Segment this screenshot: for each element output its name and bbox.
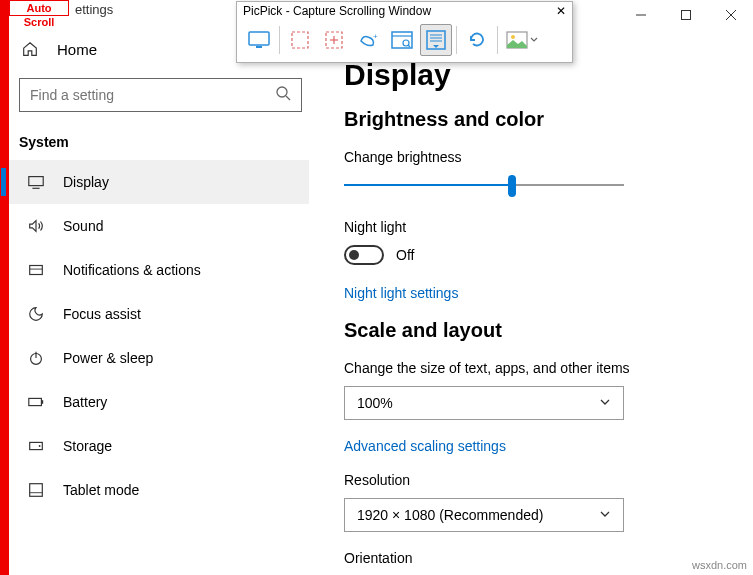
minimize-button[interactable] (618, 0, 663, 30)
resolution-value: 1920 × 1080 (Recommended) (357, 507, 543, 523)
brightness-slider[interactable] (344, 175, 624, 197)
slider-thumb[interactable] (508, 175, 516, 197)
sidebar-item-label: Display (63, 174, 109, 190)
chevron-down-icon (599, 507, 611, 523)
capture-region-button[interactable] (284, 24, 316, 56)
sidebar-item-label: Tablet mode (63, 482, 139, 498)
search-input[interactable] (30, 87, 275, 103)
svg-rect-16 (30, 484, 43, 497)
auto-scroll-badge: Auto Scroll (9, 0, 69, 16)
scale-select[interactable]: 100% (344, 386, 624, 420)
search-input-wrapper[interactable] (19, 78, 302, 112)
sidebar-item-storage[interactable]: Storage (17, 424, 319, 468)
picpick-close-button[interactable]: ✕ (556, 4, 566, 18)
brightness-label: Change brightness (344, 149, 734, 165)
scale-label: Change the size of text, apps, and other… (344, 360, 734, 376)
svg-rect-18 (249, 32, 269, 45)
svg-rect-19 (256, 46, 262, 48)
main-content: Display Brightness and color Change brig… (344, 58, 734, 575)
svg-point-34 (511, 35, 515, 39)
picpick-toolbar: + (237, 20, 572, 60)
sidebar-item-notifications[interactable]: Notifications & actions (17, 248, 319, 292)
svg-rect-6 (29, 177, 43, 186)
toggle-knob (349, 250, 359, 260)
svg-rect-12 (29, 398, 42, 405)
sidebar-item-label: Sound (63, 218, 103, 234)
home-icon (21, 40, 39, 58)
capture-window-button[interactable] (386, 24, 418, 56)
capture-freehand-button[interactable]: + (352, 24, 384, 56)
night-light-settings-link[interactable]: Night light settings (344, 285, 734, 301)
notifications-icon (27, 261, 45, 279)
sound-icon (27, 217, 45, 235)
sidebar-item-label: Battery (63, 394, 107, 410)
svg-rect-8 (30, 266, 43, 275)
scale-value: 100% (357, 395, 393, 411)
section-brightness-color: Brightness and color (344, 108, 734, 131)
night-light-state: Off (396, 247, 414, 263)
chevron-down-icon (599, 395, 611, 411)
close-button[interactable] (708, 0, 753, 30)
toolbar-divider (279, 26, 280, 54)
sidebar-item-label: Notifications & actions (63, 262, 201, 278)
display-icon (27, 173, 45, 191)
focus-assist-icon (27, 305, 45, 323)
home-label: Home (57, 41, 97, 58)
night-light-toggle[interactable] (344, 245, 384, 265)
orientation-label: Orientation (344, 550, 734, 566)
picpick-window[interactable]: PicPick - Capture Scrolling Window ✕ + (236, 1, 573, 63)
settings-sidebar: Home System Display Sound Notifications … (9, 20, 319, 512)
image-options-button[interactable] (502, 24, 542, 56)
capture-fixed-region-button[interactable] (318, 24, 350, 56)
sidebar-item-display[interactable]: Display (9, 160, 309, 204)
svg-rect-13 (41, 400, 43, 404)
page-title: Display (344, 58, 734, 92)
power-icon (27, 349, 45, 367)
svg-line-28 (408, 45, 410, 47)
window-controls (618, 0, 753, 30)
advanced-scaling-link[interactable]: Advanced scaling settings (344, 438, 734, 454)
battery-icon (27, 393, 45, 411)
watermark: wsxdn.com (692, 559, 747, 571)
section-scale-layout: Scale and layout (344, 319, 734, 342)
svg-point-15 (39, 445, 41, 447)
slider-fill (344, 184, 512, 186)
search-icon (275, 85, 291, 105)
repeat-capture-button[interactable] (461, 24, 493, 56)
svg-point-4 (277, 87, 287, 97)
sidebar-item-tablet-mode[interactable]: Tablet mode (17, 468, 319, 512)
resolution-label: Resolution (344, 472, 734, 488)
capture-marker-bar (0, 0, 9, 575)
capture-fullscreen-button[interactable] (243, 24, 275, 56)
svg-rect-20 (292, 32, 308, 48)
night-light-label: Night light (344, 219, 734, 235)
svg-line-5 (286, 96, 290, 100)
svg-text:+: + (373, 32, 378, 41)
sidebar-item-sound[interactable]: Sound (17, 204, 319, 248)
sidebar-item-power-sleep[interactable]: Power & sleep (17, 336, 319, 380)
sidebar-item-label: Focus assist (63, 306, 141, 322)
sidebar-item-focus-assist[interactable]: Focus assist (17, 292, 319, 336)
svg-rect-1 (681, 11, 690, 20)
toolbar-divider (456, 26, 457, 54)
tablet-icon (27, 481, 45, 499)
section-title: System (17, 112, 319, 160)
picpick-title: PicPick - Capture Scrolling Window (243, 4, 431, 18)
window-title-partial: ettings (75, 0, 113, 17)
sidebar-item-label: Storage (63, 438, 112, 454)
toolbar-divider (497, 26, 498, 54)
sidebar-item-label: Power & sleep (63, 350, 153, 366)
capture-scrolling-button[interactable] (420, 24, 452, 56)
sidebar-item-battery[interactable]: Battery (17, 380, 319, 424)
resolution-select[interactable]: 1920 × 1080 (Recommended) (344, 498, 624, 532)
maximize-button[interactable] (663, 0, 708, 30)
storage-icon (27, 437, 45, 455)
